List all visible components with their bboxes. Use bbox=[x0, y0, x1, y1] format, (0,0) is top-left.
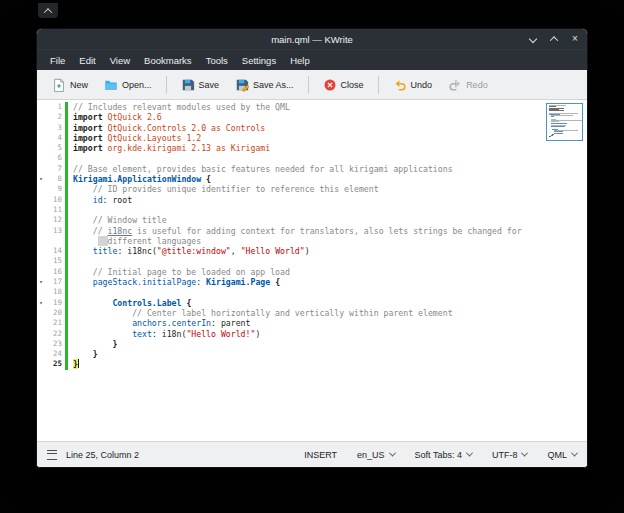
line-number: 11 bbox=[48, 205, 65, 215]
code-line[interactable]: 18 bbox=[37, 287, 587, 297]
scrollbar-minimap[interactable] bbox=[546, 103, 583, 141]
code-line[interactable]: 9 // ID provides unique identifier to re… bbox=[37, 184, 587, 194]
code-text: // Includes relevant modules used by the… bbox=[68, 102, 290, 112]
minimap-content bbox=[549, 105, 581, 137]
close-button[interactable]: × bbox=[569, 33, 581, 45]
code-text: // Base element, provides basic features… bbox=[68, 164, 453, 174]
toolbar-document-new[interactable]: New bbox=[45, 75, 95, 95]
toolbar-separator bbox=[378, 76, 379, 94]
statusbar-syntax-mode[interactable]: QML bbox=[547, 450, 577, 460]
chevron-down-icon bbox=[521, 450, 528, 457]
code-line[interactable]: ▾17 pageStack.initialPage: Kirigami.Page… bbox=[37, 277, 587, 287]
toolbar-separator bbox=[166, 76, 167, 94]
menu-bookmarks[interactable]: Bookmarks bbox=[137, 53, 199, 68]
fold-spacer bbox=[37, 267, 48, 277]
toolbar-document-open[interactable]: Open... bbox=[97, 75, 159, 95]
toolbar-label: Save As... bbox=[253, 80, 294, 90]
code-line[interactable]: 2import QtQuick 2.6 bbox=[37, 112, 587, 122]
code-text: import org.kde.kirigami 2.13 as Kirigami bbox=[68, 143, 270, 153]
code-line[interactable]: 10 id: root bbox=[37, 195, 587, 205]
code-line[interactable]: 25} bbox=[37, 359, 587, 369]
menu-tools[interactable]: Tools bbox=[199, 53, 235, 68]
code-line[interactable]: 22 text: i18n("Hello World!") bbox=[37, 329, 587, 339]
toolbar-separator bbox=[308, 76, 309, 94]
code-text: } bbox=[68, 359, 79, 369]
statusbar-tab-settings[interactable]: Soft Tabs: 4 bbox=[415, 450, 472, 460]
code-line[interactable]: 6 bbox=[37, 153, 587, 163]
chevron-down-icon bbox=[529, 35, 537, 43]
code-line[interactable]: 3import QtQuick.Controls 2.0 as Controls bbox=[37, 123, 587, 133]
menu-view[interactable]: View bbox=[103, 53, 137, 68]
toolbar-label: Save bbox=[199, 80, 220, 90]
line-number: 8 bbox=[48, 174, 65, 184]
toolbar-document-save[interactable]: Save bbox=[174, 75, 227, 95]
code-text: import QtQuick 2.6 bbox=[68, 112, 162, 122]
close-icon: × bbox=[572, 34, 578, 44]
line-number: 2 bbox=[48, 112, 65, 122]
menu-help[interactable]: Help bbox=[283, 53, 317, 68]
fold-spacer bbox=[37, 133, 48, 143]
fold-spacer bbox=[37, 256, 48, 266]
code-line[interactable]: 21 anchors.centerIn: parent bbox=[37, 318, 587, 328]
statusbar-encoding[interactable]: UTF-8 bbox=[492, 450, 528, 460]
menubar: FileEditViewBookmarksToolsSettingsHelp bbox=[37, 49, 587, 70]
toolbar-edit-redo[interactable]: Redo bbox=[441, 75, 495, 95]
code-text: import QtQuick.Layouts 1.2 bbox=[68, 133, 201, 143]
code-line[interactable]: 7// Base element, provides basic feature… bbox=[37, 164, 587, 174]
minimize-button[interactable] bbox=[527, 33, 539, 45]
edit-undo-icon bbox=[393, 78, 407, 92]
code-line[interactable]: 1// Includes relevant modules used by th… bbox=[37, 102, 587, 112]
code-line[interactable]: 12 // Window title bbox=[37, 215, 587, 225]
maximize-button[interactable] bbox=[548, 33, 560, 45]
statusbar-dictionary[interactable]: en_US bbox=[357, 450, 395, 460]
toolbar-edit-undo[interactable]: Undo bbox=[386, 75, 440, 95]
menu-settings[interactable]: Settings bbox=[235, 53, 283, 68]
fold-marker-icon[interactable]: ▾ bbox=[37, 277, 48, 287]
statusbar-insert-mode[interactable]: INSERT bbox=[304, 450, 337, 460]
menu-edit[interactable]: Edit bbox=[72, 53, 102, 68]
fold-spacer bbox=[37, 102, 48, 112]
code-line[interactable]: 15 bbox=[37, 256, 587, 266]
statusbar-label: Soft Tabs: 4 bbox=[415, 450, 462, 460]
code-line[interactable]: 13 // i18nc is useful for adding context… bbox=[37, 226, 587, 236]
fold-spacer bbox=[37, 215, 48, 225]
document-open-icon bbox=[104, 78, 118, 92]
code-text: Kirigami.ApplicationWindow { bbox=[68, 174, 211, 184]
fold-spacer bbox=[37, 143, 48, 153]
hamburger-menu-icon[interactable] bbox=[47, 450, 57, 460]
code-text: id: root bbox=[68, 195, 132, 205]
code-line[interactable]: 16 // Initial page to be loaded on app l… bbox=[37, 267, 587, 277]
titlebar[interactable]: main.qml — KWrite × bbox=[37, 29, 587, 49]
code-text: title: i18nc("@title:window", "Hello Wor… bbox=[68, 246, 310, 256]
code-line[interactable]: different languages bbox=[37, 236, 587, 246]
text-cursor bbox=[78, 359, 79, 368]
fold-marker-icon[interactable]: ▾ bbox=[37, 298, 48, 308]
code-line[interactable]: ▾19 Controls.Label { bbox=[37, 298, 587, 308]
edit-redo-icon bbox=[448, 78, 462, 92]
code-line[interactable]: 20 // Center label horizontally and vert… bbox=[37, 308, 587, 318]
line-number: 14 bbox=[48, 246, 65, 256]
fold-marker-icon[interactable]: ▾ bbox=[37, 174, 48, 184]
text-editor[interactable]: 1// Includes relevant modules used by th… bbox=[37, 100, 587, 441]
line-number: 4 bbox=[48, 133, 65, 143]
toolbar-document-save-as[interactable]: Save As... bbox=[228, 75, 301, 95]
document-close-icon bbox=[323, 78, 337, 92]
code-line[interactable]: 24 } bbox=[37, 349, 587, 359]
code-line[interactable]: 14 title: i18nc("@title:window", "Hello … bbox=[37, 246, 587, 256]
panel-unhide-button[interactable] bbox=[38, 3, 58, 18]
code-line[interactable]: 11 bbox=[37, 205, 587, 215]
toolbar-document-close[interactable]: Close bbox=[316, 75, 371, 95]
chevron-down-icon bbox=[466, 450, 473, 457]
statusbar-label: en_US bbox=[357, 450, 385, 460]
code-line[interactable]: ▾8Kirigami.ApplicationWindow { bbox=[37, 174, 587, 184]
fold-spacer bbox=[37, 359, 48, 369]
fold-spacer bbox=[37, 205, 48, 215]
statusbar-label: INSERT bbox=[304, 450, 337, 460]
menu-file[interactable]: File bbox=[43, 53, 72, 68]
code-line[interactable]: 23 } bbox=[37, 339, 587, 349]
code-text bbox=[68, 205, 73, 215]
code-line[interactable]: 4import QtQuick.Layouts 1.2 bbox=[37, 133, 587, 143]
line-number: 1 bbox=[48, 102, 65, 112]
code-line[interactable]: 5import org.kde.kirigami 2.13 as Kirigam… bbox=[37, 143, 587, 153]
line-number bbox=[48, 236, 65, 246]
